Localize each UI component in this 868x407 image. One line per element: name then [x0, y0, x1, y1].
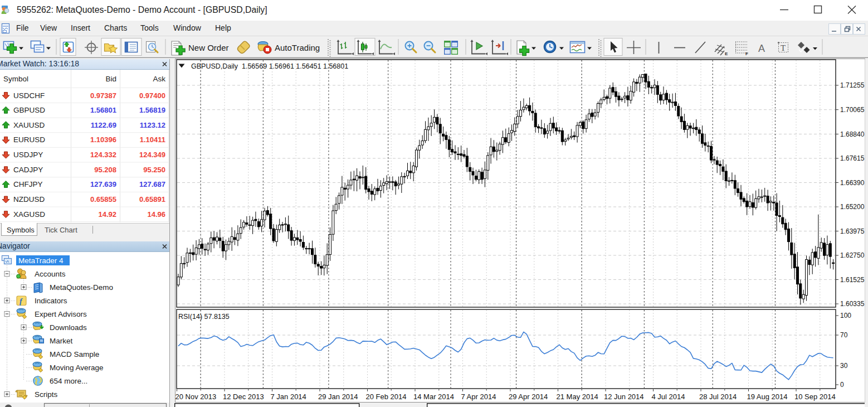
svg-text:CADJPY: CADJPY	[13, 166, 43, 174]
svg-text:20 Nov 2013: 20 Nov 2013	[175, 393, 217, 401]
svg-text:A: A	[758, 43, 765, 54]
svg-text:Ask: Ask	[153, 75, 165, 83]
svg-text:EURUSD: EURUSD	[13, 135, 45, 144]
svg-text:F: F	[745, 51, 748, 56]
svg-text:1122.69: 1122.69	[91, 121, 116, 129]
svg-text:Downloads: Downloads	[50, 323, 87, 332]
svg-text:28 Jul 2014: 28 Jul 2014	[699, 393, 737, 401]
svg-text:Accounts: Accounts	[35, 270, 66, 278]
svg-text:File: File	[16, 23, 29, 32]
svg-text:USDCHF: USDCHF	[13, 91, 45, 100]
svg-text:1.56801: 1.56801	[90, 106, 116, 114]
svg-text:0: 0	[840, 381, 844, 389]
svg-text:AutoTrading: AutoTrading	[275, 43, 320, 52]
svg-text:T: T	[781, 43, 786, 52]
svg-text:7 Apr 2014: 7 Apr 2014	[461, 393, 496, 401]
svg-text:20 Feb 2014: 20 Feb 2014	[366, 393, 407, 401]
svg-text:95.208: 95.208	[94, 166, 116, 174]
svg-text:CHFJPY: CHFJPY	[13, 180, 43, 188]
svg-text:Symbols: Symbols	[7, 226, 35, 234]
svg-text:MACD Sample: MACD Sample	[50, 350, 99, 358]
svg-text:1.60335: 1.60335	[840, 300, 865, 308]
svg-text:29 Apr 2014: 29 Apr 2014	[509, 393, 548, 401]
svg-text:1123.12: 1123.12	[140, 121, 165, 129]
svg-text:RSI(14) 57.8135: RSI(14) 57.8135	[178, 313, 230, 321]
svg-text:127.687: 127.687	[139, 180, 165, 188]
svg-text:70: 70	[840, 331, 848, 339]
svg-text:Scripts: Scripts	[35, 390, 58, 399]
svg-text:10 Sep 2014: 10 Sep 2014	[794, 393, 836, 401]
svg-text:Moving Average: Moving Average	[50, 364, 104, 372]
svg-text:XAGUSD: XAGUSD	[13, 210, 45, 219]
svg-text:124.349: 124.349	[139, 151, 165, 159]
svg-text:19 Aug 2014: 19 Aug 2014	[747, 393, 788, 401]
svg-text:1.66390: 1.66390	[840, 179, 865, 187]
svg-text:Tools: Tools	[140, 23, 159, 32]
svg-text:Indicators: Indicators	[35, 297, 67, 305]
svg-text:XAUUSD: XAUUSD	[13, 121, 45, 129]
svg-text:21 May 2014: 21 May 2014	[557, 393, 598, 401]
svg-text:12 Dec 2013: 12 Dec 2013	[223, 393, 264, 401]
svg-text:MetaQuotes-Demo: MetaQuotes-Demo	[50, 283, 113, 292]
svg-text:Charts: Charts	[104, 23, 127, 32]
svg-text:Help: Help	[215, 23, 231, 32]
svg-text:1.62750: 1.62750	[840, 251, 865, 259]
svg-text:Symbol: Symbol	[3, 75, 28, 83]
svg-text:1.71255: 1.71255	[840, 81, 865, 89]
svg-text:NZDUSD: NZDUSD	[13, 195, 45, 204]
svg-text:1.10411: 1.10411	[140, 135, 165, 144]
svg-text:30: 30	[840, 362, 848, 370]
svg-text:New Order: New Order	[188, 43, 229, 52]
svg-text:1.67615: 1.67615	[840, 154, 865, 162]
svg-text:E: E	[725, 51, 728, 56]
svg-text:7 Jan 2014: 7 Jan 2014	[271, 393, 306, 401]
svg-text:Window: Window	[173, 23, 202, 32]
svg-text:0.65891: 0.65891	[139, 195, 165, 204]
svg-text:1.56819: 1.56819	[139, 106, 165, 114]
svg-text:Expert Advisors: Expert Advisors	[35, 310, 87, 318]
svg-text:29 Jan 2014: 29 Jan 2014	[318, 393, 358, 401]
svg-text:USDJPY: USDJPY	[13, 151, 43, 159]
svg-text:124.332: 124.332	[90, 151, 116, 159]
svg-text:1.61525: 1.61525	[840, 276, 865, 284]
svg-text:100: 100	[840, 312, 851, 319]
svg-text:654 more...: 654 more...	[50, 377, 87, 385]
svg-text:127.639: 127.639	[90, 180, 116, 188]
svg-text:5955262: MetaQuotes-Demo - Dem: 5955262: MetaQuotes-Demo - Demo Account …	[17, 5, 267, 14]
svg-text:0.97400: 0.97400	[139, 91, 165, 100]
svg-text:Bid: Bid	[105, 75, 116, 83]
svg-text:Navigator: Navigator	[0, 241, 30, 250]
svg-text:1.65200: 1.65200	[840, 203, 865, 211]
svg-text:12 Jun 2014: 12 Jun 2014	[604, 393, 644, 401]
svg-text:95.250: 95.250	[143, 166, 165, 174]
svg-text:Tick Chart: Tick Chart	[45, 226, 77, 234]
svg-text:0.97387: 0.97387	[90, 91, 116, 100]
svg-text:GBPUSD: GBPUSD	[13, 106, 45, 114]
svg-text:14 Mar 2014: 14 Mar 2014	[413, 393, 454, 401]
svg-text:14.92: 14.92	[98, 210, 116, 219]
svg-text:0.65855: 0.65855	[90, 195, 116, 204]
svg-text:GBPUSD,Daily 1.56569 1.56961: GBPUSD,Daily 1.56569 1.56961 1.56451 1.5…	[191, 62, 348, 70]
svg-text:MetaTrader 4: MetaTrader 4	[18, 256, 64, 265]
svg-text:14.96: 14.96	[147, 210, 165, 219]
svg-text:4 Jul 2014: 4 Jul 2014	[652, 393, 685, 401]
svg-text:1.63975: 1.63975	[840, 227, 865, 235]
svg-text:Insert: Insert	[71, 23, 90, 32]
svg-text:1.68840: 1.68840	[840, 130, 865, 138]
svg-text:View: View	[40, 23, 57, 32]
svg-text:1.70065: 1.70065	[840, 106, 865, 114]
svg-text:Market Watch: 13:16:18: Market Watch: 13:16:18	[0, 59, 79, 68]
svg-text:1.10396: 1.10396	[90, 135, 116, 144]
svg-text:Market: Market	[50, 337, 73, 345]
